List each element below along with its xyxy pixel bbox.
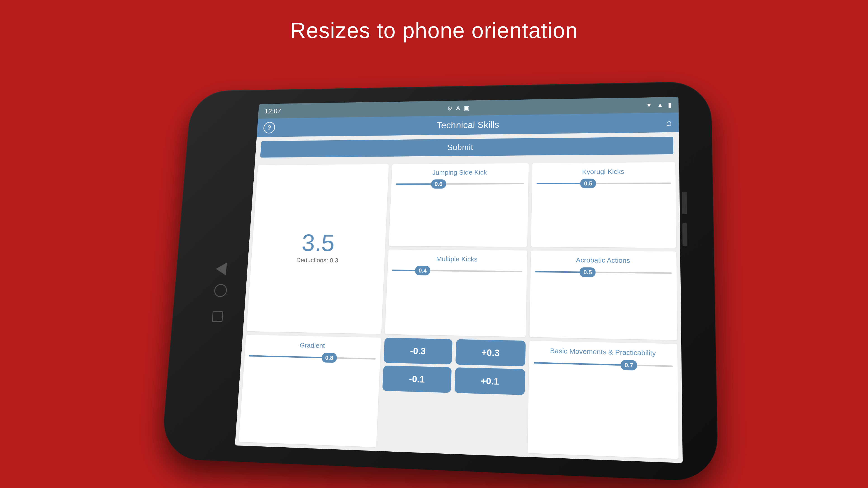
recents-button[interactable] <box>212 311 223 322</box>
slider-track <box>534 362 673 367</box>
back-button[interactable] <box>215 263 227 275</box>
slider-thumb: 0.6 <box>431 180 446 189</box>
phone-container: 12:07 ⚙ A ▣ ▼ ▲ ▮ ? Technical Skills <box>163 77 705 465</box>
help-button[interactable]: ? <box>263 122 276 133</box>
slider-fill <box>249 355 331 359</box>
score-value: 3.5 <box>301 231 335 255</box>
phone-wrapper: 12:07 ⚙ A ▣ ▼ ▲ ▮ ? Technical Skills <box>161 81 718 482</box>
slider-thumb: 0.5 <box>580 267 596 277</box>
acrobatic-actions-title: Acrobatic Actions <box>576 256 630 264</box>
kyorugi-kicks-title: Kyorugi Kicks <box>582 168 624 175</box>
signal-icon: ▣ <box>463 105 469 111</box>
home-icon[interactable]: ⌂ <box>666 118 672 127</box>
status-icons-left: ⚙ A ▣ <box>447 105 469 112</box>
jumping-side-kick-slider[interactable]: 0.6 <box>396 180 524 188</box>
deduction-buttons-container: -0.3 +0.3 -0.1 +0.1 <box>380 338 526 453</box>
slider-thumb: 0.5 <box>580 179 596 188</box>
slider-thumb: 0.4 <box>415 266 430 275</box>
deduct-row-2: -0.1 +0.1 <box>382 365 525 395</box>
a-icon: A <box>456 105 460 111</box>
slider-track <box>396 183 524 185</box>
status-icons-right: ▼ ▲ ▮ <box>646 101 672 109</box>
basic-movements-title: Basic Movements & Practicability <box>550 347 656 357</box>
slider-track <box>535 271 672 274</box>
app-bar-title: Technical Skills <box>281 117 666 132</box>
deduct-row-1: -0.3 +0.3 <box>383 338 526 366</box>
phone-screen: 12:07 ⚙ A ▣ ▼ ▲ ▮ ? Technical Skills <box>235 97 683 463</box>
score-deductions: Deductions: 0.3 <box>296 257 338 264</box>
network-icon: ▲ <box>657 101 663 108</box>
volume-up-button[interactable] <box>682 192 687 214</box>
content-grid: Jumping Side Kick 0.6 3.5 Deductions: 0.… <box>235 159 683 463</box>
score-card: 3.5 Deductions: 0.3 <box>246 164 389 334</box>
jumping-side-kick-card: Jumping Side Kick 0.6 <box>389 163 529 247</box>
deduct-plus-03-button[interactable]: +0.3 <box>456 339 526 366</box>
submit-container: Submit <box>255 132 679 162</box>
volume-down-button[interactable] <box>682 223 687 246</box>
slider-track <box>537 183 671 184</box>
slider-fill <box>534 362 630 366</box>
jumping-side-kick-title: Jumping Side Kick <box>432 169 487 176</box>
status-time: 12:07 <box>265 107 281 115</box>
multiple-kicks-card: Multiple Kicks 0.4 <box>385 250 527 337</box>
phone-shell: 12:07 ⚙ A ▣ ▼ ▲ ▮ ? Technical Skills <box>161 81 718 482</box>
basic-movements-slider[interactable]: 0.7 <box>534 358 673 371</box>
kyorugi-kicks-slider[interactable]: 0.5 <box>537 179 671 188</box>
home-button[interactable] <box>214 284 227 297</box>
deduct-minus-03-button[interactable]: -0.3 <box>383 338 453 364</box>
multiple-kicks-slider[interactable]: 0.4 <box>392 266 522 276</box>
gradient-slider[interactable]: 0.8 <box>249 351 376 363</box>
battery-icon: ▮ <box>668 101 672 108</box>
multiple-kicks-title: Multiple Kicks <box>436 255 477 263</box>
settings-icon: ⚙ <box>447 105 453 112</box>
basic-movements-card: Basic Movements & Practicability 0.7 <box>528 341 679 459</box>
kyorugi-kicks-card: Kyorugi Kicks 0.5 <box>531 162 676 248</box>
gradient-card: Gradient 0.8 <box>239 335 381 447</box>
acrobatic-actions-slider[interactable]: 0.5 <box>535 267 672 278</box>
deduct-plus-01-button[interactable]: +0.1 <box>455 367 525 395</box>
acrobatic-actions-card: Acrobatic Actions 0.5 <box>530 251 677 340</box>
deduct-minus-01-button[interactable]: -0.1 <box>382 365 452 393</box>
slider-thumb: 0.8 <box>321 353 337 363</box>
page-headline: Resizes to phone orientation <box>0 0 868 43</box>
slider-track <box>392 269 522 272</box>
submit-button[interactable]: Submit <box>260 137 673 158</box>
gradient-title: Gradient <box>300 341 325 350</box>
slider-track <box>249 355 375 360</box>
wifi-icon: ▼ <box>646 102 652 109</box>
slider-thumb: 0.7 <box>621 360 637 370</box>
